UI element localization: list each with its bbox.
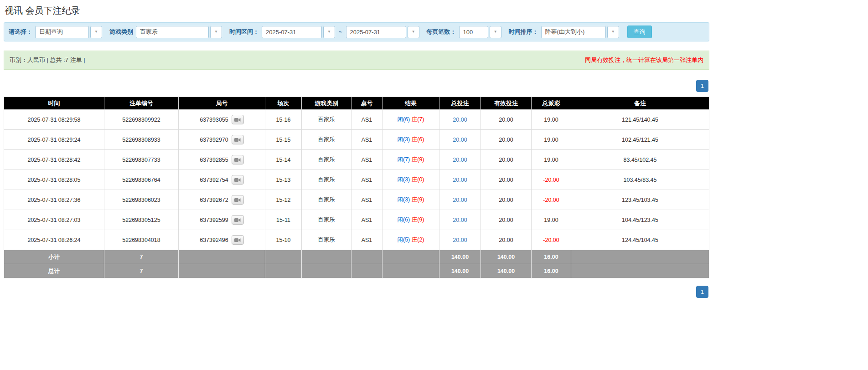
cell-game-type: 百家乐 <box>302 150 351 170</box>
round-id-text: 637392855 <box>200 157 228 163</box>
cell-session: 15-15 <box>265 130 302 150</box>
date-to-dropdown-button[interactable]: ▼ <box>408 26 419 38</box>
round-id-text: 637392754 <box>200 177 228 183</box>
subtotal-valid-bet: 140.00 <box>481 250 532 264</box>
cell-remark: 124.45/104.45 <box>571 230 709 250</box>
query-type-input[interactable] <box>35 26 89 38</box>
query-type-label: 请选择： <box>9 28 32 36</box>
page-number-button[interactable]: 1 <box>696 286 708 298</box>
total-valid-bet: 140.00 <box>481 264 532 278</box>
query-type-dropdown-button[interactable]: ▼ <box>90 26 102 38</box>
result-banker: 庄(7) <box>412 116 424 123</box>
cell-remark: 102.45/121.45 <box>571 130 709 150</box>
empty-cell <box>302 264 351 278</box>
cell-total-bet: 20.00 <box>439 170 481 190</box>
cell-bet-id: 522698309922 <box>104 110 179 130</box>
empty-cell <box>382 264 439 278</box>
page-number-button[interactable]: 1 <box>696 80 708 92</box>
cell-round-id: 637392754 <box>179 170 265 190</box>
result-player: 闲(5) <box>397 236 410 243</box>
summary-notice: 同局有效投注，统一计算在该局第一张注单内 <box>585 56 703 64</box>
page-size-combo: ▼ <box>459 26 501 38</box>
payout-value: -20.00 <box>543 197 559 203</box>
result-player: 闲(3) <box>397 136 410 143</box>
total-bet-link[interactable]: 20.00 <box>453 117 467 123</box>
cell-session: 15-13 <box>265 170 302 190</box>
replay-video-button[interactable] <box>232 115 244 124</box>
cell-result: 闲(5) 庄(2) <box>382 230 439 250</box>
replay-video-button[interactable] <box>232 195 244 205</box>
game-type-dropdown-button[interactable]: ▼ <box>210 26 222 38</box>
total-bet-link[interactable]: 20.00 <box>453 157 467 163</box>
time-sort-dropdown-button[interactable]: ▼ <box>607 26 619 38</box>
empty-cell <box>571 250 709 264</box>
total-bet-link[interactable]: 20.00 <box>453 177 467 183</box>
page: 视讯 会员下注纪录 请选择： ▼ 游戏类别 ▼ 时间区间： ▼ ~ ▼ 每页笔数… <box>0 0 713 305</box>
cell-valid-bet: 20.00 <box>481 210 532 230</box>
chevron-down-icon: ▼ <box>494 30 497 34</box>
result-player: 闲(3) <box>397 176 410 183</box>
empty-cell <box>179 264 265 278</box>
round-id-text: 637392970 <box>200 137 228 143</box>
summary-bar: 币别：人民币 | 总共 :7 注单 | 同局有效投注，统一计算在该局第一张注单内 <box>4 51 709 70</box>
replay-video-button[interactable] <box>232 135 244 144</box>
cell-payout: 19.00 <box>532 130 571 150</box>
time-sort-input[interactable] <box>541 26 606 38</box>
payout-value: 19.00 <box>544 117 558 123</box>
cell-session: 15-12 <box>265 190 302 210</box>
game-type-input[interactable] <box>136 26 209 38</box>
result-banker: 庄(0) <box>412 176 424 183</box>
header-round-id: 局号 <box>179 97 265 110</box>
total-bet-link[interactable]: 20.00 <box>453 237 467 243</box>
cell-payout: -20.00 <box>532 190 571 210</box>
result-player: 闲(7) <box>397 156 410 163</box>
table-row: 2025-07-31 08:27:36522698306023637392672… <box>4 190 709 210</box>
cell-session: 15-11 <box>265 210 302 230</box>
chevron-down-icon: ▼ <box>214 30 218 34</box>
total-bet-link[interactable]: 20.00 <box>453 197 467 203</box>
game-type-combo: ▼ <box>136 26 222 38</box>
payout-value: 19.00 <box>544 217 558 223</box>
payout-value: -20.00 <box>543 177 559 183</box>
replay-video-button[interactable] <box>232 175 244 185</box>
bet-records-table: 时间 注单编号 局号 场次 游戏类别 桌号 结果 总投注 有效投注 总派彩 备注… <box>4 97 709 278</box>
total-payout: 16.00 <box>532 264 571 278</box>
cell-table-no: AS1 <box>351 150 382 170</box>
replay-video-button[interactable] <box>232 215 244 225</box>
table-row: 2025-07-31 08:28:42522698307733637392855… <box>4 150 709 170</box>
date-range-tilde: ~ <box>339 29 342 36</box>
cell-round-id: 637392855 <box>179 150 265 170</box>
cell-time: 2025-07-31 08:28:42 <box>4 150 104 170</box>
page-size-dropdown-button[interactable]: ▼ <box>490 26 501 38</box>
chevron-down-icon: ▼ <box>327 30 331 34</box>
subtotal-count: 7 <box>104 250 179 264</box>
date-from-input[interactable] <box>262 26 322 38</box>
date-from-dropdown-button[interactable]: ▼ <box>323 26 335 38</box>
total-bet-link[interactable]: 20.00 <box>453 137 467 143</box>
pagination-top: 1 <box>4 80 708 92</box>
round-id-text: 637392599 <box>200 217 228 223</box>
chevron-down-icon: ▼ <box>412 30 415 34</box>
cell-bet-id: 522698304018 <box>104 230 179 250</box>
cell-result: 闲(3) 庄(0) <box>382 170 439 190</box>
cell-time: 2025-07-31 08:27:36 <box>4 190 104 210</box>
cell-remark: 103.45/83.45 <box>571 170 709 190</box>
result-player: 闲(6) <box>397 216 410 223</box>
result-banker: 庄(9) <box>412 196 424 203</box>
header-game-type: 游戏类别 <box>302 97 351 110</box>
result-banker: 庄(6) <box>412 136 424 143</box>
subtotal-label: 小计 <box>4 250 104 264</box>
date-to-input[interactable] <box>346 26 406 38</box>
cell-table-no: AS1 <box>351 170 382 190</box>
pagination-bottom: 1 <box>4 286 708 298</box>
cell-session: 15-10 <box>265 230 302 250</box>
cell-total-bet: 20.00 <box>439 130 481 150</box>
total-bet-link[interactable]: 20.00 <box>453 217 467 223</box>
time-sort-label: 时间排序： <box>509 28 538 36</box>
empty-cell <box>382 250 439 264</box>
result-banker: 庄(2) <box>412 236 424 243</box>
replay-video-button[interactable] <box>232 235 244 245</box>
page-size-input[interactable] <box>459 26 488 38</box>
search-button[interactable]: 查询 <box>627 26 652 38</box>
replay-video-button[interactable] <box>232 155 244 164</box>
